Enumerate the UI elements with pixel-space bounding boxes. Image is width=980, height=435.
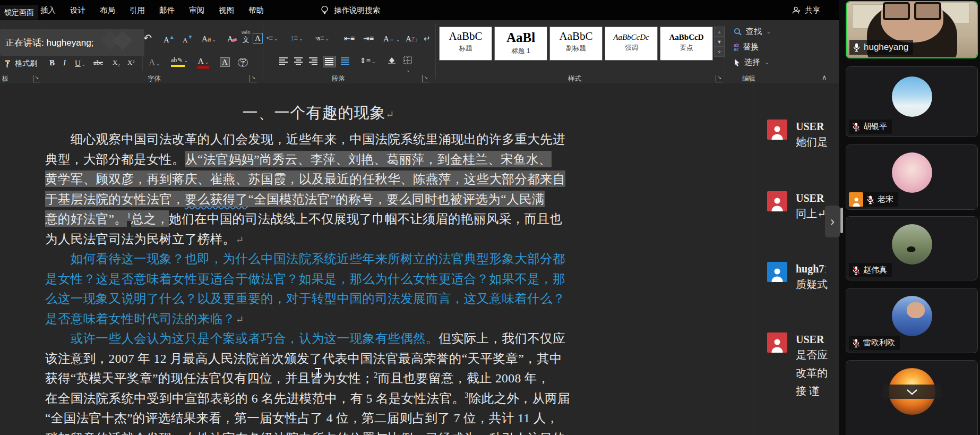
select-button[interactable]: 选择⌄ xyxy=(734,57,769,67)
text-segment: “全国模范法官”的称号，要么同时也被评选为“人民满 xyxy=(248,192,544,206)
enclose-characters-button[interactable]: 字 xyxy=(238,57,248,67)
document-text-line: 么这一现象又说明了什么？以及更重要的，对于转型中国的司法发展而言，这又意味着什么… xyxy=(45,290,592,307)
bold-button[interactable]: B xyxy=(49,58,55,67)
tell-me-search[interactable]: 操作说明搜索 xyxy=(321,0,380,20)
video-tile[interactable]: 赵伟真 xyxy=(846,216,978,280)
tab-review[interactable]: 审阅 xyxy=(189,5,204,15)
clipboard-dialog-launcher[interactable]: ↘ xyxy=(33,75,40,82)
text-segment: ↵ xyxy=(236,234,244,245)
text-segment: ↵ xyxy=(236,314,244,325)
style-card-subtitle[interactable]: AaBbC 副标题 xyxy=(549,27,603,61)
participant-avatar xyxy=(892,152,932,193)
style-card-keypoints[interactable]: AaBbCcD 要点 xyxy=(660,27,713,61)
tab-design[interactable]: 设计 xyxy=(70,5,85,15)
multilevel-list-button[interactable]: ¹a≡⌄ xyxy=(315,34,329,42)
chat-message: hugh71 质疑式 xyxy=(767,262,828,293)
sort-button[interactable]: AZ↓ xyxy=(406,34,418,44)
share-button[interactable]: 共享 xyxy=(792,0,820,20)
text-segment: 如何看待这一现象？也即，为什么中国法院系统近些年来所树立的法官典型形象大部分都 xyxy=(45,252,565,266)
video-tile-hugheyang[interactable]: hugheyang xyxy=(846,1,978,58)
text-segment: 于基层法院的女性法官， xyxy=(45,192,185,206)
speaking-indicator-overlay: 正在讲话: hugheyang; xyxy=(0,29,144,56)
styles-scroll-up-button[interactable]: ▲ xyxy=(714,27,725,37)
grow-font-button[interactable]: A▲ xyxy=(164,34,175,45)
meeting-watermark xyxy=(113,31,133,50)
paragraph-dialog-launcher[interactable]: ↘ xyxy=(422,75,429,82)
video-tile[interactable]: 雷欧利欧 xyxy=(846,288,978,353)
align-center-button[interactable] xyxy=(294,57,303,65)
text-segment: 从“法官妈妈”尚秀云、李萍、刘艳、葛丽萍，到金桂兰、宋鱼水、 xyxy=(185,152,552,166)
document-text-line: 为人民法官司法为民树立了榜样。↵ xyxy=(45,231,592,248)
decrease-indent-button[interactable]: ⇤≡ xyxy=(344,34,355,42)
text-segment: 但实际上，我们不仅应 xyxy=(439,331,565,345)
asian-layout-button[interactable]: A⇔⌄ xyxy=(383,34,400,44)
host-badge-icon xyxy=(849,192,863,207)
italic-button[interactable]: I xyxy=(63,58,66,67)
collapse-ribbon-button[interactable]: ∧ xyxy=(822,73,827,81)
shrink-font-button[interactable]: A▼ xyxy=(183,34,193,45)
group-divider xyxy=(435,23,436,79)
replace-button[interactable]: abac 替换 xyxy=(734,42,759,52)
text-effects-button[interactable]: A⌄ xyxy=(149,57,160,68)
character-border-button[interactable]: A xyxy=(253,33,263,44)
shading-bucket-button[interactable] xyxy=(388,56,396,64)
tab-references[interactable]: 引用 xyxy=(130,5,145,15)
style-card-title[interactable]: AaBbC 标题 xyxy=(439,27,492,61)
strikethrough-button[interactable]: abc xyxy=(93,58,103,67)
increase-indent-button[interactable]: ⇥≡ xyxy=(363,34,374,42)
align-right-button[interactable] xyxy=(309,57,318,65)
styles-dialog-launcher[interactable]: ↘ xyxy=(716,75,723,82)
video-tile[interactable]: 胡银平 xyxy=(846,66,978,137)
video-tile[interactable]: 老宋 xyxy=(846,144,978,210)
style-card-heading1[interactable]: AaBl 标题 1 xyxy=(494,27,547,61)
tab-view[interactable]: 视图 xyxy=(219,5,234,15)
document-canvas[interactable]: 一、一个有趣的现象↵ 细心观察中国司法改革的人们会发现，近些年来，中国法院系统里… xyxy=(0,83,753,435)
line-spacing-button[interactable]: ⇕≡⌄ xyxy=(360,56,375,65)
tab-mailings[interactable]: 邮件 xyxy=(159,5,175,15)
cursor-arrow-icon xyxy=(734,58,741,67)
borders-button[interactable]: ⌄ xyxy=(403,56,412,73)
font-color-button[interactable]: A⌄ xyxy=(197,56,209,69)
vertical-scrollbar-thumb[interactable] xyxy=(840,208,843,233)
chat-panel-expand-handle[interactable]: › xyxy=(825,206,840,237)
phonetic-guide-button[interactable]: wén文 xyxy=(242,30,251,45)
meeting-lock-screen-overlay[interactable]: 锁定画面 xyxy=(0,5,38,20)
font-dialog-launcher[interactable]: ↘ xyxy=(250,75,257,82)
format-painter-button[interactable]: 格式刷 xyxy=(4,59,37,69)
distribute-button[interactable] xyxy=(341,57,350,65)
styles-more-button[interactable]: ⩒ xyxy=(714,47,725,57)
meeting-chat-strip: USER 她们是 USER 同上↵ hugh71 质疑式 xyxy=(753,83,839,435)
text-segment: 意的好法官”。 xyxy=(45,212,127,226)
video-tile[interactable] xyxy=(846,360,978,435)
styles-scroll-down-button[interactable]: ▼ xyxy=(714,37,725,47)
participant-name-bar: hugheyang xyxy=(849,40,913,55)
numbered-list-button[interactable]: 1≡⌄ xyxy=(291,34,303,42)
tab-layout[interactable]: 布局 xyxy=(100,5,115,15)
document-text-line: 或许一些人会认为这只是个案或者巧合，认为这一现象有些偶然。但实际上，我们不仅应 xyxy=(45,330,592,347)
clipboard-group-label: 板 xyxy=(2,74,9,83)
tab-help[interactable]: 帮助 xyxy=(248,5,264,15)
text-segment: 为人民法官司法为民树立了榜样。 xyxy=(45,232,236,246)
text-segment: 除此之外，从两届 xyxy=(469,391,570,405)
style-card-emphasis[interactable]: AaBbCcDc 强调 xyxy=(605,27,658,61)
chat-avatar-icon xyxy=(767,262,787,282)
bullet-list-button[interactable]: •≡⌄ xyxy=(267,34,278,42)
document-text-line: 细心观察中国司法改革的人们会发现，近些年来，中国法院系统里涌现出的许多重大先进 xyxy=(45,131,592,148)
text-segment: 么这一现象又说明了什么？以及更重要的，对于转型中国的司法发展而言，这又意味着什么… xyxy=(45,292,565,305)
scroll-more-participants-button[interactable] xyxy=(883,385,941,399)
change-case-button[interactable]: Aa⌄ xyxy=(202,34,216,44)
search-icon xyxy=(734,28,742,36)
find-button[interactable]: 查找⌄ xyxy=(734,27,771,37)
tab-insert[interactable]: 插入 xyxy=(40,5,56,15)
underline-button[interactable]: U⌄ xyxy=(75,58,85,68)
show-hide-marks-button[interactable]: ↵ xyxy=(424,34,431,44)
subscript-button[interactable]: X₂ xyxy=(113,58,120,67)
character-shading-button[interactable]: A xyxy=(220,57,230,67)
text-segment: 是女性？这是否意味着女性更适合于做法官？如果是，那么为什么女性更适合？如果不是，… xyxy=(45,272,565,286)
clear-formatting-button[interactable]: A xyxy=(227,34,237,44)
superscript-button[interactable]: X² xyxy=(127,58,134,67)
justify-button[interactable] xyxy=(323,56,336,67)
undo-icon[interactable]: ↶ xyxy=(143,32,152,44)
align-left-button[interactable] xyxy=(279,57,288,65)
text-highlight-button[interactable]: ab✏⌄ xyxy=(171,56,188,67)
